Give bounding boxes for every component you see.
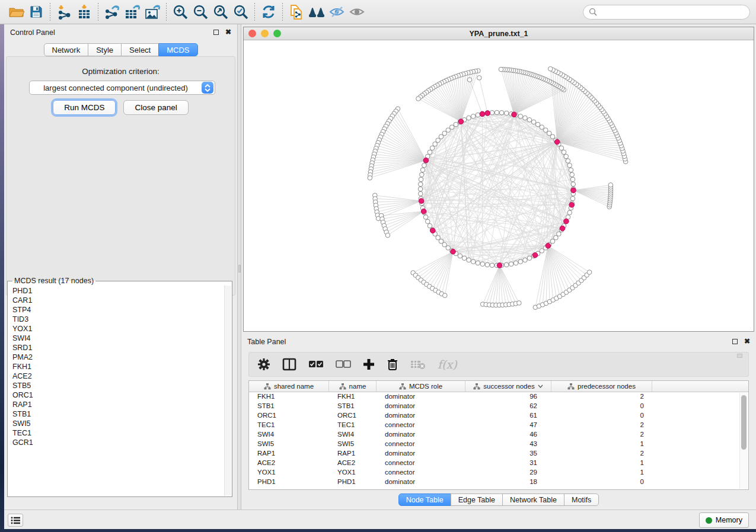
result-item[interactable]: TEC1 bbox=[12, 428, 224, 438]
column-header-successor-nodes[interactable]: successor nodes bbox=[465, 381, 551, 392]
table-row[interactable]: PHD1PHD1dominator180 bbox=[249, 477, 748, 487]
export-image-button[interactable] bbox=[142, 2, 162, 21]
splitter-grip[interactable] bbox=[238, 265, 241, 273]
table-row[interactable]: ORC1ORC1dominator610 bbox=[249, 411, 748, 421]
close-panel-icon[interactable]: ✖ bbox=[225, 30, 231, 35]
result-item[interactable]: ORC1 bbox=[12, 390, 224, 400]
dominator-node[interactable] bbox=[421, 209, 426, 214]
result-item[interactable]: SWI4 bbox=[12, 334, 224, 343]
dominator-node[interactable] bbox=[512, 112, 517, 117]
table-row[interactable]: RAP1RAP1dominator352 bbox=[249, 449, 748, 459]
run-mcds-button[interactable]: Run MCDS bbox=[53, 100, 116, 115]
result-item[interactable]: STB1 bbox=[12, 409, 224, 419]
float-table-panel-icon[interactable] bbox=[732, 339, 738, 344]
zoom-selected-button[interactable] bbox=[231, 2, 251, 21]
first-neighbors-button[interactable] bbox=[307, 2, 327, 21]
tab-network-table[interactable]: Network Table bbox=[502, 493, 564, 506]
dominator-node[interactable] bbox=[532, 252, 538, 258]
table-settings-button[interactable] bbox=[257, 358, 270, 371]
show-all-button[interactable] bbox=[347, 2, 367, 21]
dominator-node[interactable] bbox=[419, 198, 424, 204]
function-builder-button[interactable]: f(x) bbox=[438, 358, 457, 371]
dominator-node[interactable] bbox=[560, 226, 565, 231]
dominator-node[interactable] bbox=[554, 139, 560, 145]
float-panel-icon[interactable] bbox=[213, 30, 219, 35]
dominator-node[interactable] bbox=[497, 263, 502, 268]
result-item[interactable]: TID3 bbox=[12, 315, 224, 324]
network-canvas[interactable] bbox=[244, 40, 754, 331]
tab-edge-table[interactable]: Edge Table bbox=[451, 493, 503, 506]
table-row[interactable]: ACE2ACE2connector311 bbox=[249, 459, 748, 468]
dominator-node[interactable] bbox=[564, 219, 569, 224]
dominator-node[interactable] bbox=[430, 228, 436, 233]
result-item[interactable]: RAP1 bbox=[12, 400, 224, 409]
hide-selected-button[interactable] bbox=[327, 2, 347, 21]
table-row[interactable]: SWI5SWI5connector431 bbox=[249, 440, 748, 449]
import-network-button[interactable] bbox=[54, 2, 74, 21]
table-row[interactable]: TEC1TEC1connector472 bbox=[249, 421, 748, 430]
select-all-button[interactable] bbox=[308, 360, 324, 368]
export-table-button[interactable] bbox=[122, 2, 142, 21]
result-item[interactable]: CAR1 bbox=[12, 296, 224, 305]
result-item[interactable]: SWI5 bbox=[12, 419, 224, 428]
show-panels-button[interactable] bbox=[8, 514, 23, 527]
dominator-node[interactable] bbox=[451, 249, 456, 254]
add-column-button[interactable] bbox=[363, 358, 375, 370]
delete-table-button[interactable] bbox=[410, 359, 426, 370]
dominator-node[interactable] bbox=[485, 111, 490, 116]
dominator-node[interactable] bbox=[569, 203, 575, 208]
result-item[interactable]: YOX1 bbox=[12, 324, 224, 334]
tab-network[interactable]: Network bbox=[43, 43, 88, 56]
tab-style[interactable]: Style bbox=[88, 43, 122, 56]
export-network-button[interactable] bbox=[102, 2, 122, 21]
zoom-in-button[interactable] bbox=[170, 2, 190, 21]
result-item[interactable]: PMA2 bbox=[12, 352, 224, 362]
table-row[interactable]: YOX1YOX1connector291 bbox=[249, 468, 748, 477]
result-item[interactable]: STB5 bbox=[12, 381, 224, 390]
result-item[interactable]: GCR1 bbox=[12, 438, 224, 447]
column-header-MCDS-role[interactable]: MCDS role bbox=[377, 381, 465, 392]
table-row[interactable]: FKH1FKH1dominator962 bbox=[249, 392, 748, 402]
delete-column-button[interactable] bbox=[387, 358, 398, 371]
panel-layout-button[interactable] bbox=[282, 358, 296, 371]
table-row[interactable]: STB1STB1dominator620 bbox=[249, 402, 748, 411]
horizontal-splitter-grip[interactable] bbox=[737, 354, 742, 358]
result-item[interactable]: PHD1 bbox=[12, 286, 224, 296]
search-input[interactable] bbox=[597, 8, 744, 16]
result-item[interactable]: SRD1 bbox=[12, 343, 224, 352]
memory-button[interactable]: Memory bbox=[699, 512, 749, 528]
clone-network-button[interactable] bbox=[286, 2, 307, 21]
open-session-button[interactable] bbox=[6, 2, 26, 21]
dominator-node[interactable] bbox=[480, 111, 485, 117]
import-table-button[interactable] bbox=[74, 2, 94, 21]
table-scrollbar-thumb[interactable] bbox=[741, 395, 747, 450]
result-item[interactable]: ACE2 bbox=[12, 371, 224, 381]
dominator-node[interactable] bbox=[571, 188, 576, 193]
table-row[interactable]: SWI4SWI4dominator462 bbox=[249, 430, 748, 440]
zoom-out-button[interactable] bbox=[190, 2, 210, 21]
dominator-node[interactable] bbox=[546, 243, 551, 249]
zoom-fit-button[interactable] bbox=[210, 2, 231, 21]
dominator-node[interactable] bbox=[458, 119, 464, 124]
search-field[interactable] bbox=[583, 5, 750, 20]
tab-node-table[interactable]: Node Table bbox=[398, 493, 451, 506]
result-item[interactable]: STP4 bbox=[12, 305, 224, 315]
dominator-node[interactable] bbox=[423, 158, 429, 163]
optimization-dropdown[interactable]: largest connected component (undirected) bbox=[29, 81, 215, 95]
save-session-button[interactable] bbox=[26, 2, 46, 21]
tab-motifs[interactable]: Motifs bbox=[564, 493, 599, 506]
column-header-shared-name[interactable]: shared name bbox=[249, 381, 329, 392]
deselect-all-button[interactable] bbox=[336, 360, 351, 368]
close-table-panel-icon[interactable]: ✖ bbox=[744, 339, 750, 344]
apply-layout-button[interactable] bbox=[259, 2, 279, 21]
table-scrollbar[interactable] bbox=[739, 393, 748, 489]
close-panel-button[interactable]: Close panel bbox=[123, 100, 188, 115]
column-header-name[interactable]: name bbox=[329, 381, 377, 392]
column-header-predecessor-nodes[interactable]: predecessor nodes bbox=[551, 381, 652, 392]
network-window-titlebar[interactable]: YPA_prune.txt_1 bbox=[244, 27, 754, 40]
vertical-splitter[interactable] bbox=[237, 24, 241, 509]
tab-mcds[interactable]: MCDS bbox=[158, 43, 197, 56]
result-item[interactable]: FKH1 bbox=[12, 362, 224, 371]
result-scrollbar[interactable] bbox=[224, 286, 231, 496]
tab-select[interactable]: Select bbox=[121, 43, 159, 56]
